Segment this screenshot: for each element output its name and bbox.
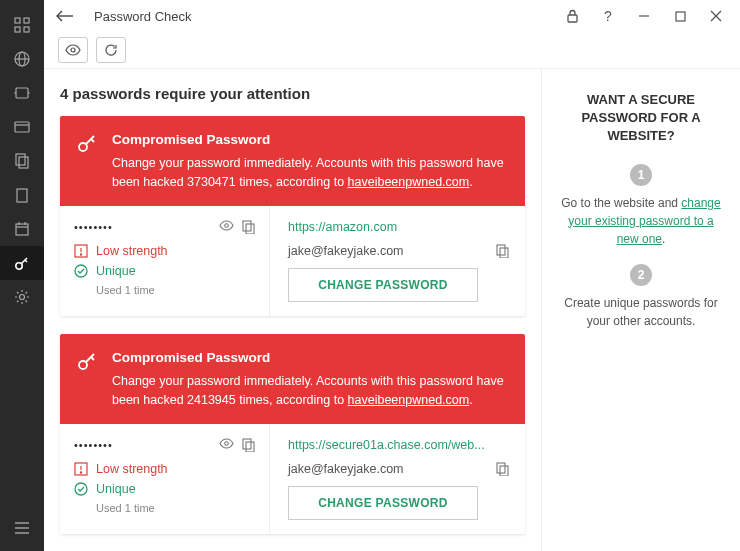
- refresh-button[interactable]: [96, 37, 126, 63]
- change-password-button[interactable]: CHANGE PASSWORD: [288, 268, 478, 302]
- password-mask: ••••••••: [74, 439, 113, 451]
- svg-rect-54: [246, 442, 254, 452]
- content-area: 4 passwords require your attention Compr…: [44, 69, 542, 551]
- svg-rect-42: [246, 224, 254, 234]
- svg-rect-13: [19, 157, 28, 168]
- svg-rect-12: [16, 154, 25, 165]
- key-icon: [76, 130, 98, 192]
- attention-heading: 4 passwords require your attention: [60, 85, 525, 102]
- account-url[interactable]: https://amazon.com: [288, 220, 509, 234]
- copy-email-icon[interactable]: [496, 244, 509, 258]
- svg-rect-3: [24, 27, 29, 32]
- copy-email-icon[interactable]: [496, 462, 509, 476]
- svg-point-49: [79, 361, 87, 369]
- svg-rect-31: [568, 15, 577, 22]
- close-button[interactable]: [708, 10, 724, 22]
- source-link[interactable]: haveibeenpwned.com: [348, 175, 470, 189]
- svg-rect-2: [15, 27, 20, 32]
- card-title: Compromised Password: [112, 348, 509, 368]
- svg-point-40: [225, 223, 229, 227]
- account-email: jake@fakeyjake.com: [288, 462, 404, 476]
- change-password-button[interactable]: CHANGE PASSWORD: [288, 486, 478, 520]
- reveal-icon[interactable]: [219, 220, 234, 234]
- svg-point-45: [80, 254, 81, 255]
- svg-line-39: [91, 139, 94, 142]
- svg-rect-47: [497, 245, 505, 255]
- sidebar-item-globe[interactable]: [0, 42, 44, 76]
- unique-status: Unique: [74, 264, 255, 278]
- panel-title: WANT A SECURE PASSWORD FOR A WEBSITE?: [558, 91, 724, 146]
- svg-rect-1: [24, 18, 29, 23]
- svg-rect-7: [16, 88, 28, 98]
- svg-point-52: [225, 441, 229, 445]
- reveal-icon[interactable]: [219, 438, 234, 452]
- back-button[interactable]: [50, 6, 80, 26]
- svg-point-23: [16, 263, 22, 269]
- password-card: Compromised Password Change your passwor…: [60, 334, 525, 534]
- step-2-text: Create unique passwords for your other a…: [558, 294, 724, 330]
- copy-icon[interactable]: [242, 220, 255, 234]
- step-1-text: Go to the website and: [561, 196, 681, 210]
- svg-point-46: [75, 265, 87, 277]
- svg-point-36: [71, 48, 75, 52]
- svg-point-37: [79, 143, 87, 151]
- svg-rect-41: [243, 221, 251, 231]
- svg-point-57: [80, 471, 81, 472]
- password-mask: ••••••••: [74, 221, 113, 233]
- sidebar-item-menu[interactable]: [0, 511, 44, 545]
- source-link[interactable]: haveibeenpwned.com: [348, 393, 470, 407]
- unique-status: Unique: [74, 482, 255, 496]
- sidebar-item-dashboard[interactable]: [0, 8, 44, 42]
- svg-rect-14: [17, 189, 27, 202]
- copy-icon[interactable]: [242, 438, 255, 452]
- used-count: Used 1 time: [96, 502, 255, 514]
- svg-rect-60: [500, 466, 508, 476]
- svg-rect-0: [15, 18, 20, 23]
- svg-rect-10: [15, 122, 29, 132]
- lock-icon[interactable]: [564, 9, 580, 23]
- strength-status: Low strength: [74, 244, 255, 258]
- svg-line-51: [91, 357, 94, 360]
- minimize-button[interactable]: [636, 10, 652, 22]
- titlebar: Password Check ?: [44, 0, 740, 32]
- svg-rect-59: [497, 463, 505, 473]
- strength-status: Low strength: [74, 462, 255, 476]
- used-count: Used 1 time: [96, 284, 255, 296]
- sidebar: [0, 0, 44, 551]
- key-icon: [76, 348, 98, 410]
- svg-rect-33: [676, 12, 685, 21]
- toolbar: [44, 32, 740, 68]
- sidebar-item-calendar[interactable]: [0, 212, 44, 246]
- sidebar-item-building[interactable]: [0, 178, 44, 212]
- sidebar-item-card[interactable]: [0, 110, 44, 144]
- svg-line-25: [25, 260, 27, 262]
- svg-rect-19: [16, 224, 28, 235]
- svg-rect-53: [243, 439, 251, 449]
- svg-point-58: [75, 483, 87, 495]
- step-1-badge: 1: [630, 164, 652, 186]
- maximize-button[interactable]: [672, 11, 688, 22]
- svg-rect-48: [500, 248, 508, 258]
- help-icon[interactable]: ?: [600, 8, 616, 24]
- account-email: jake@fakeyjake.com: [288, 244, 404, 258]
- sidebar-item-docs[interactable]: [0, 144, 44, 178]
- reveal-all-button[interactable]: [58, 37, 88, 63]
- svg-point-26: [20, 295, 25, 300]
- card-title: Compromised Password: [112, 130, 509, 150]
- step-2-badge: 2: [630, 264, 652, 286]
- sidebar-item-settings[interactable]: [0, 280, 44, 314]
- sidebar-item-device[interactable]: [0, 76, 44, 110]
- sidebar-item-password-check[interactable]: [0, 246, 44, 280]
- page-title: Password Check: [94, 9, 192, 24]
- account-url[interactable]: https://secure01a.chase.com/web...: [288, 438, 509, 452]
- right-panel: WANT A SECURE PASSWORD FOR A WEBSITE? 1 …: [542, 69, 740, 551]
- password-card: Compromised Password Change your passwor…: [60, 116, 525, 316]
